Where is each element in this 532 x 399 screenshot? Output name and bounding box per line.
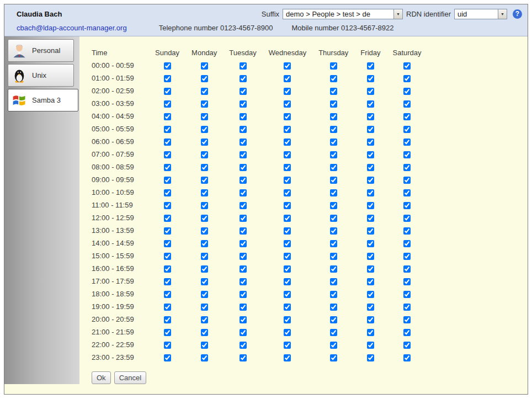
rdn-select[interactable]: uid ▼ — [454, 9, 507, 19]
hour-checkbox[interactable] — [164, 354, 171, 361]
hour-checkbox[interactable] — [367, 354, 374, 361]
hour-checkbox[interactable] — [330, 265, 337, 273]
hour-checkbox[interactable] — [164, 291, 171, 298]
hour-checkbox[interactable] — [403, 253, 411, 260]
hour-checkbox[interactable] — [330, 151, 337, 158]
hour-checkbox[interactable] — [367, 253, 374, 260]
hour-checkbox[interactable] — [330, 177, 337, 184]
hour-checkbox[interactable] — [240, 253, 247, 260]
hour-checkbox[interactable] — [284, 291, 291, 298]
hour-checkbox[interactable] — [330, 100, 337, 108]
hour-checkbox[interactable] — [240, 215, 247, 222]
hour-checkbox[interactable] — [284, 62, 291, 70]
hour-checkbox[interactable] — [164, 329, 171, 336]
hour-checkbox[interactable] — [403, 177, 411, 184]
hour-checkbox[interactable] — [201, 100, 208, 108]
hour-checkbox[interactable] — [201, 62, 208, 70]
hour-checkbox[interactable] — [403, 164, 411, 171]
hour-checkbox[interactable] — [330, 354, 337, 361]
hour-checkbox[interactable] — [284, 126, 291, 133]
hour-checkbox[interactable] — [367, 202, 374, 209]
hour-checkbox[interactable] — [201, 126, 208, 133]
hour-checkbox[interactable] — [164, 88, 171, 95]
hour-checkbox[interactable] — [403, 88, 411, 95]
cancel-button[interactable]: Cancel — [114, 371, 146, 384]
hour-checkbox[interactable] — [284, 240, 291, 247]
hour-checkbox[interactable] — [367, 291, 374, 298]
hour-checkbox[interactable] — [240, 291, 247, 298]
hour-checkbox[interactable] — [240, 126, 247, 133]
hour-checkbox[interactable] — [403, 100, 411, 108]
tab-samba3[interactable]: Samba 3 — [8, 89, 78, 111]
hour-checkbox[interactable] — [330, 202, 337, 209]
hour-checkbox[interactable] — [240, 202, 247, 209]
hour-checkbox[interactable] — [240, 329, 247, 336]
hour-checkbox[interactable] — [284, 113, 291, 120]
hour-checkbox[interactable] — [330, 304, 337, 311]
hour-checkbox[interactable] — [284, 100, 291, 108]
hour-checkbox[interactable] — [403, 215, 411, 222]
hour-checkbox[interactable] — [330, 126, 337, 133]
hour-checkbox[interactable] — [403, 240, 411, 247]
email-link[interactable]: cbach@ldap-account-manager.org — [17, 24, 127, 32]
hour-checkbox[interactable] — [330, 227, 337, 235]
hour-checkbox[interactable] — [403, 113, 411, 120]
hour-checkbox[interactable] — [284, 215, 291, 222]
hour-checkbox[interactable] — [284, 164, 291, 171]
hour-checkbox[interactable] — [367, 240, 374, 247]
help-icon[interactable]: ? — [513, 9, 522, 19]
hour-checkbox[interactable] — [201, 113, 208, 120]
hour-checkbox[interactable] — [201, 316, 208, 323]
hour-checkbox[interactable] — [403, 62, 411, 70]
hour-checkbox[interactable] — [403, 227, 411, 235]
hour-checkbox[interactable] — [164, 240, 171, 247]
hour-checkbox[interactable] — [201, 304, 208, 311]
hour-checkbox[interactable] — [284, 342, 291, 349]
hour-checkbox[interactable] — [367, 227, 374, 235]
hour-checkbox[interactable] — [201, 329, 208, 336]
hour-checkbox[interactable] — [164, 126, 171, 133]
hour-checkbox[interactable] — [330, 240, 337, 247]
hour-checkbox[interactable] — [330, 253, 337, 260]
hour-checkbox[interactable] — [201, 240, 208, 247]
hour-checkbox[interactable] — [330, 113, 337, 120]
hour-checkbox[interactable] — [240, 265, 247, 273]
hour-checkbox[interactable] — [240, 189, 247, 196]
hour-checkbox[interactable] — [164, 253, 171, 260]
hour-checkbox[interactable] — [284, 88, 291, 95]
hour-checkbox[interactable] — [367, 126, 374, 133]
hour-checkbox[interactable] — [164, 304, 171, 311]
hour-checkbox[interactable] — [403, 189, 411, 196]
hour-checkbox[interactable] — [284, 139, 291, 146]
hour-checkbox[interactable] — [201, 354, 208, 361]
hour-checkbox[interactable] — [330, 215, 337, 222]
hour-checkbox[interactable] — [403, 354, 411, 361]
hour-checkbox[interactable] — [330, 62, 337, 70]
hour-checkbox[interactable] — [201, 177, 208, 184]
hour-checkbox[interactable] — [240, 227, 247, 235]
hour-checkbox[interactable] — [330, 189, 337, 196]
hour-checkbox[interactable] — [240, 164, 247, 171]
hour-checkbox[interactable] — [240, 113, 247, 120]
hour-checkbox[interactable] — [164, 164, 171, 171]
hour-checkbox[interactable] — [403, 202, 411, 209]
hour-checkbox[interactable] — [240, 139, 247, 146]
hour-checkbox[interactable] — [367, 113, 374, 120]
hour-checkbox[interactable] — [164, 316, 171, 323]
hour-checkbox[interactable] — [284, 265, 291, 273]
hour-checkbox[interactable] — [240, 62, 247, 70]
hour-checkbox[interactable] — [240, 240, 247, 247]
hour-checkbox[interactable] — [284, 177, 291, 184]
hour-checkbox[interactable] — [367, 329, 374, 336]
hour-checkbox[interactable] — [164, 151, 171, 158]
hour-checkbox[interactable] — [284, 253, 291, 260]
suffix-select[interactable]: demo > People > test > de ▼ — [283, 9, 403, 19]
hour-checkbox[interactable] — [367, 316, 374, 323]
hour-checkbox[interactable] — [240, 354, 247, 361]
hour-checkbox[interactable] — [201, 215, 208, 222]
hour-checkbox[interactable] — [403, 342, 411, 349]
hour-checkbox[interactable] — [164, 202, 171, 209]
hour-checkbox[interactable] — [164, 113, 171, 120]
hour-checkbox[interactable] — [201, 202, 208, 209]
hour-checkbox[interactable] — [403, 329, 411, 336]
